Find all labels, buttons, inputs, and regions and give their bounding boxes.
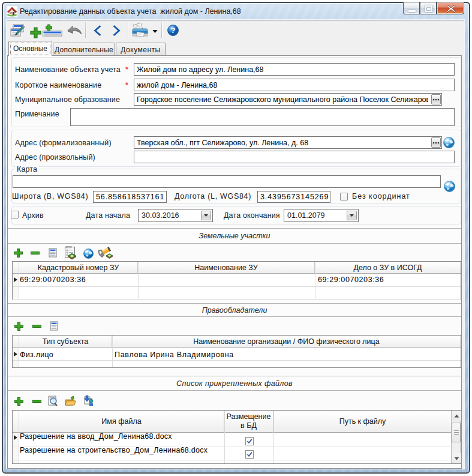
svg-text:?: ? (171, 26, 176, 35)
